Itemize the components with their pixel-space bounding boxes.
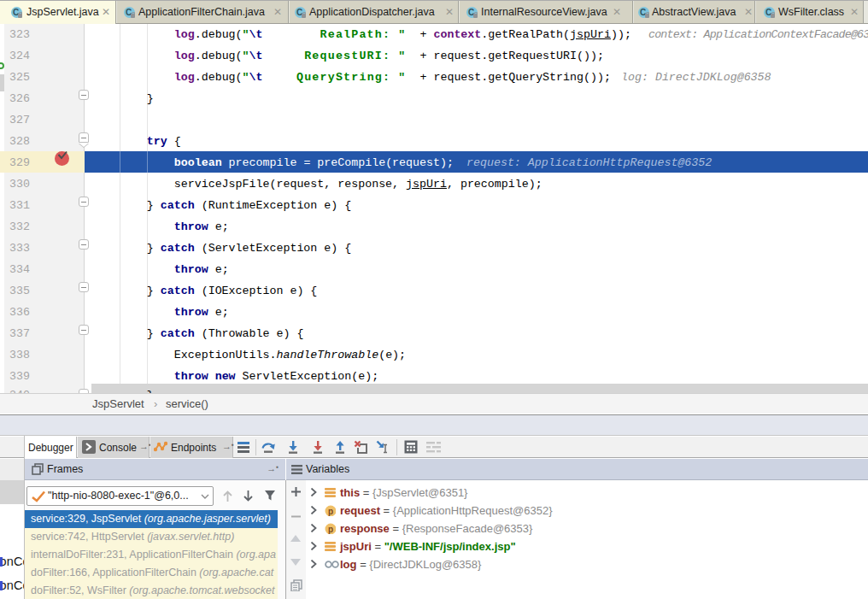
svg-text:p: p bbox=[328, 525, 333, 534]
svg-text:p: p bbox=[328, 507, 333, 516]
